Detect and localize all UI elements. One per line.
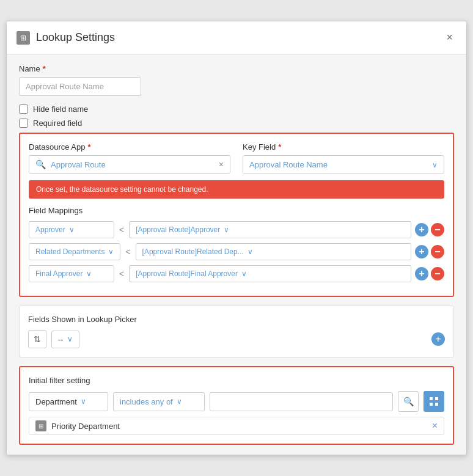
mapping-remove-button-2[interactable]: − bbox=[431, 245, 444, 258]
key-field-select[interactable]: Approval Route Name ∨ bbox=[243, 155, 444, 174]
mapping-chevron-3-left: ∨ bbox=[86, 269, 92, 278]
svg-rect-2 bbox=[430, 403, 433, 406]
datasource-alert-banner: Once set, the datasource setting cannot … bbox=[29, 180, 444, 199]
filter-field-select[interactable]: Department ∨ bbox=[29, 392, 108, 411]
filter-field-value: Department bbox=[35, 397, 77, 406]
required-field-row: Required field bbox=[19, 119, 454, 128]
mapping-right-1[interactable]: [Approval Route]Approver ∨ bbox=[129, 221, 411, 238]
name-input[interactable] bbox=[19, 77, 141, 96]
mapping-add-button-2[interactable]: + bbox=[415, 245, 428, 258]
datasource-section: Datasource App * 🔍 Approval Route × Key … bbox=[19, 133, 454, 297]
mapping-arrow-3: < bbox=[119, 269, 124, 279]
required-field-label: Required field bbox=[33, 119, 82, 128]
mapping-add-button-1[interactable]: + bbox=[415, 223, 428, 236]
dialog-title-text: Lookup Settings bbox=[36, 31, 115, 44]
priority-tag-text: Priority Department bbox=[51, 422, 427, 431]
filter-field-chevron-icon: ∨ bbox=[81, 397, 86, 406]
mapping-left-2[interactable]: Related Departments ∨ bbox=[29, 243, 120, 260]
filter-section-title: Initial filter setting bbox=[29, 376, 444, 385]
mapping-right-3[interactable]: [Approval Route]Final Approver ∨ bbox=[129, 265, 411, 282]
filter-condition-chevron-icon: ∨ bbox=[177, 397, 182, 406]
key-field-label: Key Field * bbox=[243, 142, 444, 152]
mapping-row-1: Approver ∨ < [Approval Route]Approver ∨ … bbox=[29, 221, 444, 238]
mapping-row-2: Related Departments ∨ < [Approval Route]… bbox=[29, 243, 444, 260]
dialog-body: Name * Hide field name Required field Da… bbox=[7, 54, 466, 455]
fields-picker-row: ⇅ -- ∨ + bbox=[28, 330, 445, 348]
name-field-group: Name * bbox=[19, 64, 454, 96]
priority-tag-icon: ⊞ bbox=[35, 420, 46, 431]
fields-shown-section: Fields Shown in Lookup Picker ⇅ -- ∨ + bbox=[19, 306, 454, 357]
datasource-search-field[interactable]: 🔍 Approval Route × bbox=[29, 155, 230, 174]
required-star: * bbox=[43, 64, 46, 73]
mapping-chevron-1-left: ∨ bbox=[69, 225, 75, 234]
mapping-remove-button-3[interactable]: − bbox=[431, 267, 444, 280]
dialog-header: ⊞ Lookup Settings × bbox=[7, 21, 466, 54]
filter-condition-select[interactable]: includes any of ∨ bbox=[113, 392, 205, 411]
filter-value-input[interactable] bbox=[210, 392, 393, 411]
dialog-title-icon: ⊞ bbox=[16, 31, 30, 45]
fields-shown-label: Fields Shown in Lookup Picker bbox=[28, 315, 445, 324]
field-mappings-label: Field Mappings bbox=[29, 206, 444, 215]
datasource-clear-icon[interactable]: × bbox=[219, 159, 224, 169]
mapping-chevron-2-right: ∨ bbox=[248, 247, 253, 256]
priority-tag-close-button[interactable]: × bbox=[432, 420, 438, 431]
mapping-right-2[interactable]: [Approval Route]Related Dep... ∨ bbox=[136, 243, 411, 260]
mapping-chevron-2-left: ∨ bbox=[108, 247, 114, 256]
lookup-settings-dialog: ⊞ Lookup Settings × Name * Hide field na… bbox=[6, 21, 467, 455]
hide-field-name-checkbox[interactable] bbox=[19, 104, 28, 114]
key-field-chevron-icon: ∨ bbox=[432, 161, 438, 169]
hide-field-name-row: Hide field name bbox=[19, 104, 454, 114]
required-field-checkbox[interactable] bbox=[19, 119, 28, 128]
dash-select[interactable]: -- ∨ bbox=[51, 331, 79, 348]
priority-tag: ⊞ Priority Department × bbox=[29, 417, 444, 435]
dialog-title: ⊞ Lookup Settings bbox=[16, 31, 115, 45]
filter-search-button[interactable]: 🔍 bbox=[398, 391, 419, 412]
svg-rect-1 bbox=[435, 397, 438, 400]
datasource-key-row: Datasource App * 🔍 Approval Route × Key … bbox=[29, 142, 444, 174]
svg-rect-0 bbox=[430, 397, 433, 400]
mapping-row-3: Final Approver ∨ < [Approval Route]Final… bbox=[29, 265, 444, 282]
filter-row: Department ∨ includes any of ∨ 🔍 bbox=[29, 391, 444, 412]
filter-condition-value: includes any of bbox=[120, 397, 173, 406]
svg-rect-3 bbox=[435, 403, 438, 406]
key-field-value: Approval Route Name bbox=[249, 160, 328, 169]
filter-grid-icon bbox=[429, 397, 439, 406]
mapping-remove-button-1[interactable]: − bbox=[431, 223, 444, 236]
mapping-add-button-3[interactable]: + bbox=[415, 267, 428, 280]
mapping-left-1[interactable]: Approver ∨ bbox=[29, 221, 114, 238]
name-label: Name * bbox=[19, 64, 454, 73]
mapping-chevron-3-right: ∨ bbox=[241, 269, 247, 278]
filter-grid-button[interactable] bbox=[424, 391, 444, 412]
hide-field-name-label: Hide field name bbox=[33, 104, 88, 114]
dash-chevron-icon: ∨ bbox=[67, 335, 73, 343]
key-field-col: Key Field * Approval Route Name ∨ bbox=[243, 142, 444, 174]
fields-shown-add-button[interactable]: + bbox=[431, 332, 445, 346]
mapping-chevron-1-right: ∨ bbox=[224, 225, 229, 234]
updown-button[interactable]: ⇅ bbox=[28, 330, 46, 348]
dialog-close-button[interactable]: × bbox=[442, 30, 457, 45]
mapping-left-3[interactable]: Final Approver ∨ bbox=[29, 265, 114, 282]
filter-section: Initial filter setting Department ∨ incl… bbox=[19, 366, 454, 445]
mapping-arrow-1: < bbox=[119, 225, 124, 235]
datasource-value: Approval Route bbox=[51, 160, 214, 169]
datasource-label: Datasource App * bbox=[29, 142, 230, 152]
datasource-col: Datasource App * 🔍 Approval Route × bbox=[29, 142, 230, 174]
mapping-arrow-2: < bbox=[125, 247, 130, 257]
dash-value: -- bbox=[58, 335, 64, 344]
datasource-search-icon: 🔍 bbox=[35, 159, 46, 169]
